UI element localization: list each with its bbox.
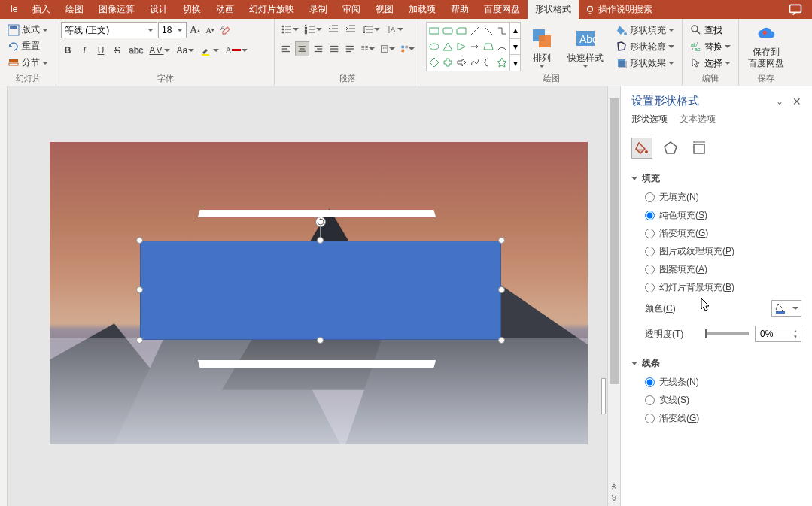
- underline-button[interactable]: U: [94, 43, 108, 58]
- shape-elbow[interactable]: [495, 23, 509, 39]
- quick-styles-button[interactable]: Abc 快速样式: [563, 22, 608, 71]
- thumbnail-panel[interactable]: [0, 86, 8, 506]
- handle-bm[interactable]: [317, 337, 324, 344]
- color-picker-button[interactable]: [771, 300, 801, 317]
- line-gradient-radio[interactable]: 渐变线(G): [645, 412, 801, 425]
- handle-tl[interactable]: [136, 237, 143, 244]
- transparency-input[interactable]: 0% ▲▼: [755, 326, 801, 342]
- section-button[interactable]: 分节: [5, 55, 51, 71]
- shape-line[interactable]: [468, 23, 482, 39]
- layout-button[interactable]: 版式: [5, 22, 51, 38]
- shape-star[interactable]: [495, 54, 509, 70]
- next-slide-button[interactable]: [607, 492, 620, 506]
- pane-options-button[interactable]: ⌄: [776, 96, 783, 107]
- transparency-slider[interactable]: [705, 332, 749, 335]
- shape-line2[interactable]: [482, 23, 495, 39]
- handle-tr[interactable]: [498, 237, 505, 244]
- distribute-button[interactable]: [343, 41, 357, 56]
- increase-font-button[interactable]: A▴: [188, 23, 202, 38]
- shape-rounded-rect[interactable]: [441, 23, 455, 39]
- fill-none-radio[interactable]: 无填充(N): [645, 191, 801, 204]
- strike-button[interactable]: S: [111, 43, 124, 58]
- smartart-button[interactable]: [399, 41, 416, 56]
- reset-button[interactable]: 重置: [5, 38, 51, 54]
- shape-diamond[interactable]: [427, 54, 441, 70]
- text-direction-button[interactable]: ‖A: [384, 22, 405, 37]
- shape-tri-right[interactable]: [455, 39, 468, 55]
- shape-arc[interactable]: [495, 39, 509, 55]
- notes-placeholder[interactable]: [601, 378, 606, 414]
- shape-plus[interactable]: [441, 54, 455, 70]
- line-section-header[interactable]: 线条: [631, 357, 801, 370]
- arrange-button[interactable]: 排列: [525, 22, 558, 71]
- pane-tab-shape[interactable]: 形状选项: [631, 113, 668, 129]
- shape-arrow[interactable]: [468, 39, 482, 55]
- replace-button[interactable]: abac替换: [687, 38, 734, 55]
- decrease-font-button[interactable]: A▾: [203, 23, 217, 38]
- tab-animations[interactable]: 动画: [208, 0, 242, 19]
- comments-icon[interactable]: [788, 2, 803, 17]
- fill-solid-radio[interactable]: 纯色填充(S): [645, 209, 801, 222]
- handle-bl[interactable]: [136, 337, 143, 344]
- pane-close-button[interactable]: ✕: [792, 95, 801, 108]
- handle-br[interactable]: [498, 337, 505, 344]
- save-baidu-button[interactable]: 保存到 百度网盘: [744, 22, 789, 71]
- fill-pattern-radio[interactable]: 图案填充(A): [645, 263, 801, 276]
- tab-view[interactable]: 视图: [368, 0, 401, 19]
- shape-outline-button[interactable]: 形状轮廓: [613, 38, 677, 55]
- slide-area[interactable]: [8, 86, 620, 506]
- selected-rectangle-shape[interactable]: [140, 241, 501, 340]
- tab-insert[interactable]: 插入: [25, 0, 58, 19]
- char-spacing-button[interactable]: AV: [147, 43, 172, 58]
- tab-shape-format[interactable]: 形状格式: [528, 0, 579, 19]
- select-button[interactable]: 选择: [687, 55, 734, 71]
- fill-slidebg-radio[interactable]: 幻灯片背景填充(B): [645, 281, 801, 294]
- tab-slideshow[interactable]: 幻灯片放映: [242, 0, 302, 19]
- handle-tm[interactable]: [317, 237, 324, 244]
- pane-icon-size[interactable]: [689, 138, 710, 159]
- tab-addins[interactable]: 加载项: [401, 0, 443, 19]
- fill-gradient-radio[interactable]: 渐变填充(G): [645, 227, 801, 240]
- shape-snip-rect[interactable]: [455, 23, 468, 39]
- align-text-button[interactable]: 中: [379, 41, 396, 56]
- scrollbar-thumb[interactable]: [610, 98, 619, 384]
- numbering-button[interactable]: 123: [303, 22, 324, 37]
- shape-triangle[interactable]: [441, 39, 455, 55]
- pane-tab-text[interactable]: 文本选项: [680, 113, 716, 129]
- italic-button[interactable]: I: [78, 43, 91, 58]
- shape-rect[interactable]: [427, 23, 441, 39]
- tab-transitions[interactable]: 切换: [175, 0, 208, 19]
- fill-picture-radio[interactable]: 图片或纹理填充(P): [645, 245, 801, 258]
- line-spacing-button[interactable]: [360, 22, 382, 37]
- rotate-handle[interactable]: [315, 217, 326, 227]
- tell-me-search[interactable]: 操作说明搜索: [585, 3, 652, 16]
- trans-down[interactable]: ▼: [792, 334, 799, 340]
- line-none-radio[interactable]: 无线条(N): [645, 376, 801, 389]
- trans-up[interactable]: ▲: [792, 328, 799, 334]
- align-center-button[interactable]: [295, 41, 309, 56]
- change-case-button[interactable]: Aa: [175, 43, 196, 58]
- decrease-indent-button[interactable]: [326, 22, 341, 37]
- tab-review[interactable]: 审阅: [335, 0, 368, 19]
- tab-image-ops[interactable]: 图像运算: [91, 0, 142, 19]
- tab-le[interactable]: le: [3, 0, 25, 19]
- find-button[interactable]: 查找: [687, 22, 734, 38]
- columns-button[interactable]: [359, 41, 376, 56]
- vertical-scrollbar[interactable]: [607, 86, 620, 506]
- tab-record[interactable]: 录制: [302, 0, 335, 19]
- tab-help[interactable]: 帮助: [443, 0, 476, 19]
- shape-gallery[interactable]: ▴ ▾ ▾: [426, 22, 521, 71]
- tab-baidu[interactable]: 百度网盘: [476, 0, 528, 19]
- shape-oval[interactable]: [427, 39, 441, 55]
- fill-section-header[interactable]: 填充: [631, 172, 801, 185]
- increase-indent-button[interactable]: [343, 22, 358, 37]
- highlight-button[interactable]: [199, 43, 220, 58]
- line-solid-radio[interactable]: 实线(S): [645, 394, 801, 407]
- bold-button[interactable]: B: [61, 43, 75, 58]
- align-right-button[interactable]: [312, 41, 325, 56]
- font-name-combo[interactable]: 等线 (正文): [61, 22, 157, 38]
- font-color-button[interactable]: A: [224, 43, 249, 58]
- slide-canvas[interactable]: [50, 142, 588, 444]
- pane-icon-fill[interactable]: [631, 138, 652, 159]
- align-left-button[interactable]: [279, 41, 293, 56]
